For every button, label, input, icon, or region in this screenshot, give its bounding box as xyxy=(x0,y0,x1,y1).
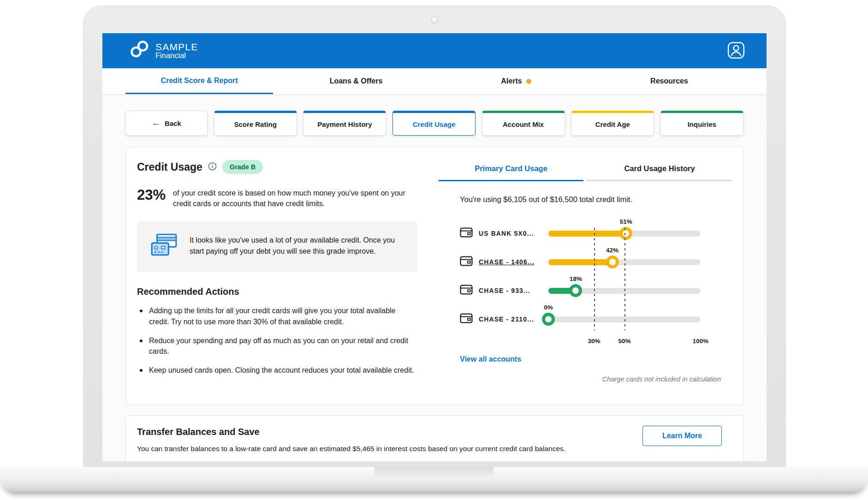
recommended-actions-title: Recommended Actions xyxy=(137,286,417,297)
credit-usage-details: Credit Usage Grade B 23% of your credit … xyxy=(126,147,439,405)
usage-percent-label: 42% xyxy=(606,247,618,254)
usage-percent-label: 0% xyxy=(544,304,553,311)
app-header: SAMPLE Financial xyxy=(102,33,767,68)
grade-badge: Grade B xyxy=(222,160,263,174)
webcam-dot xyxy=(431,16,438,24)
page-title: Credit Usage xyxy=(137,161,202,173)
button-label: Score Rating xyxy=(234,120,277,128)
tab-card-usage-history[interactable]: Card Usage History xyxy=(587,147,732,181)
tab-label: Resources xyxy=(650,77,688,85)
app-screen: SAMPLE Financial Credit Score & Report xyxy=(102,33,767,461)
tab-loans-offers[interactable]: Loans & Offers xyxy=(282,68,430,94)
tab-label: Loans & Offers xyxy=(330,77,383,85)
usage-fill xyxy=(548,259,612,265)
account-usage-row: CHASE - 1406... 42% xyxy=(460,250,732,274)
usage-fill xyxy=(548,231,626,237)
usage-panel-tabs: Primary Card Usage Card Usage History xyxy=(439,147,732,181)
card-icon xyxy=(460,285,473,297)
callout-text: It looks like you've used a lot of your … xyxy=(190,233,404,256)
button-label: Account Mix xyxy=(503,120,544,128)
axis-label-50: 50% xyxy=(618,338,630,345)
back-button[interactable]: ← Back xyxy=(125,111,208,136)
usage-axis: 30% 50% 100% xyxy=(548,336,701,346)
button-label: Credit Age xyxy=(595,120,630,128)
credit-usage-card: Credit Usage Grade B 23% of your credit … xyxy=(125,147,743,405)
card-icon xyxy=(460,227,473,239)
alert-dot-icon xyxy=(526,79,531,84)
tab-credit-score-report[interactable]: Credit Score & Report xyxy=(125,68,273,94)
tab-label: Alerts xyxy=(501,77,522,85)
card-icon xyxy=(460,256,473,268)
guide-line-50 xyxy=(624,228,625,330)
credit-usage-button[interactable]: Credit Usage xyxy=(392,111,476,136)
recommendation-item: Adding up the limits for all your credit… xyxy=(137,305,417,327)
button-label: Back xyxy=(165,119,181,127)
section-toolbar: ← Back Score Rating Payment History Cred… xyxy=(102,111,767,136)
account-name: CHASE - 2110... xyxy=(479,315,534,323)
account-name: US BANK 5X0... xyxy=(479,230,534,237)
card-icon xyxy=(460,313,473,325)
account-mix-button[interactable]: Account Mix xyxy=(482,111,565,136)
stat-value: 23% xyxy=(137,188,166,209)
profile-icon xyxy=(727,41,745,61)
usage-sliders: US BANK 5X0... 51% C xyxy=(439,221,732,346)
info-icon[interactable] xyxy=(208,162,217,173)
primary-nav: Credit Score & Report Loans & Offers Ale… xyxy=(102,68,767,94)
axis-label-30: 30% xyxy=(588,338,600,345)
recommendation-item: Keep unused cards open. Closing the acco… xyxy=(137,365,417,375)
axis-label-100: 100% xyxy=(693,338,709,345)
account-name: CHASE - 933... xyxy=(479,287,530,294)
stat-text: of your credit score is based on how muc… xyxy=(173,188,417,209)
laptop-base-notch xyxy=(375,467,493,479)
recommendation-item: Reduce your spending and pay off as much… xyxy=(137,335,417,357)
account-name-link[interactable]: CHASE - 1406... xyxy=(479,258,535,266)
charge-cards-footnote: Charge cards not included in calculation xyxy=(439,375,732,383)
brand: SAMPLE Financial xyxy=(129,40,198,61)
tab-label: Credit Score & Report xyxy=(161,77,238,85)
credit-cards-icon xyxy=(150,233,178,260)
button-label: Payment History xyxy=(317,120,372,128)
profile-button[interactable] xyxy=(727,41,745,61)
guide-line-30 xyxy=(594,228,595,330)
back-arrow-icon: ← xyxy=(152,118,161,128)
usage-percent-label: 51% xyxy=(620,218,632,225)
usage-knob xyxy=(569,284,582,297)
usage-summary: You're using $6,105 out of $16,500 total… xyxy=(460,195,732,204)
usage-knob xyxy=(606,256,619,268)
inquiries-button[interactable]: Inquiries xyxy=(660,111,743,136)
page: SAMPLE Financial Credit Score & Report xyxy=(0,0,868,500)
usage-knob xyxy=(542,313,555,326)
transfer-body: You can transfer balances to a low-rate … xyxy=(137,445,732,453)
brand-name-top: SAMPLE xyxy=(155,42,198,52)
usage-knob xyxy=(619,227,632,240)
account-usage-row: US BANK 5X0... 51% xyxy=(460,221,732,245)
usage-callout: It looks like you've used a lot of your … xyxy=(137,221,417,272)
card-usage-panel: Primary Card Usage Card Usage History Yo… xyxy=(439,147,732,405)
account-usage-row: CHASE - 933... 18% xyxy=(460,279,732,303)
recommendations-list: Adding up the limits for all your credit… xyxy=(137,305,417,375)
learn-more-button[interactable]: Learn More xyxy=(642,426,722,446)
brand-logo-icon xyxy=(129,40,150,61)
button-label: Inquiries xyxy=(688,120,717,128)
view-all-accounts-link[interactable]: View all accounts xyxy=(460,355,521,363)
brand-name: SAMPLE Financial xyxy=(155,42,198,60)
credit-age-button[interactable]: Credit Age xyxy=(571,111,654,136)
usage-percent-label: 18% xyxy=(570,275,582,282)
brand-name-bottom: Financial xyxy=(155,52,198,60)
score-rating-button[interactable]: Score Rating xyxy=(214,111,297,136)
transfer-balances-card: Transfer Balances and Save You can trans… xyxy=(125,415,743,461)
button-label: Credit Usage xyxy=(413,120,456,128)
account-usage-row: CHASE - 2110... 0% xyxy=(460,307,732,331)
tab-alerts[interactable]: Alerts xyxy=(442,68,590,94)
payment-history-button[interactable]: Payment History xyxy=(303,111,386,136)
tab-primary-card-usage[interactable]: Primary Card Usage xyxy=(439,147,583,181)
tab-resources[interactable]: Resources xyxy=(595,68,743,94)
